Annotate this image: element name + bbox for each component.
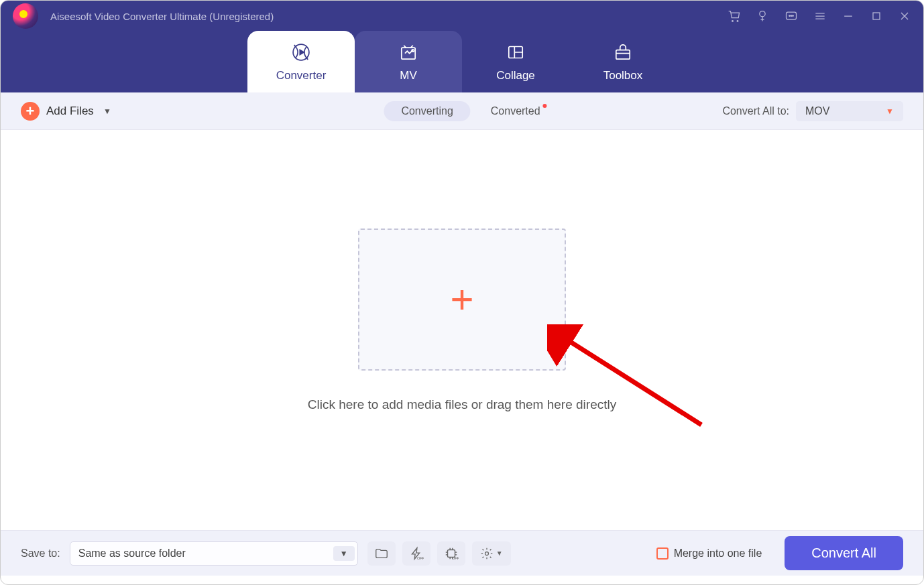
add-files-button[interactable]: + Add Files ▼ bbox=[21, 102, 111, 121]
svg-point-2 bbox=[789, 15, 791, 17]
svg-line-12 bbox=[564, 338, 701, 425]
tab-mv-label: MV bbox=[400, 69, 417, 82]
app-title: Aiseesoft Video Converter Ultimate (Unre… bbox=[50, 11, 274, 22]
key-icon[interactable] bbox=[756, 9, 769, 23]
menu-icon[interactable] bbox=[813, 9, 827, 23]
svg-point-4 bbox=[793, 15, 794, 17]
chevron-down-icon: ▼ bbox=[333, 546, 355, 561]
checkbox-icon bbox=[656, 547, 669, 560]
gpu-accel-button[interactable]: OFF bbox=[402, 541, 430, 566]
annotation-arrow bbox=[547, 324, 715, 438]
tab-collage[interactable]: Collage bbox=[462, 31, 569, 92]
svg-point-0 bbox=[760, 11, 765, 17]
tab-toolbox-label: Toolbox bbox=[603, 69, 643, 82]
notification-dot-icon bbox=[543, 104, 547, 108]
save-to-value: Same as source folder bbox=[78, 547, 186, 560]
app-logo bbox=[13, 3, 38, 29]
tab-converter-label: Converter bbox=[276, 69, 327, 82]
settings-button[interactable]: ▼ bbox=[472, 541, 511, 566]
format-selected: MOV bbox=[805, 105, 829, 117]
big-plus-icon: + bbox=[450, 276, 473, 322]
converting-tab[interactable]: Converting bbox=[384, 101, 470, 121]
svg-text:OFF: OFF bbox=[452, 556, 459, 560]
tab-toolbox[interactable]: Toolbox bbox=[569, 31, 677, 92]
merge-checkbox-label: Merge into one file bbox=[674, 547, 762, 560]
open-folder-button[interactable] bbox=[367, 541, 396, 566]
save-to-dropdown[interactable]: Same as source folder ▼ bbox=[70, 541, 358, 566]
plus-icon: + bbox=[21, 102, 40, 121]
converted-tab[interactable]: Converted bbox=[491, 105, 540, 117]
convert-all-button[interactable]: Convert All bbox=[785, 536, 903, 570]
cart-icon[interactable] bbox=[728, 9, 741, 23]
minimize-icon[interactable] bbox=[842, 9, 855, 23]
svg-rect-10 bbox=[616, 50, 630, 60]
feedback-icon[interactable] bbox=[784, 9, 799, 23]
merge-checkbox[interactable]: Merge into one file bbox=[656, 547, 762, 560]
tab-converter[interactable]: Converter bbox=[247, 31, 355, 92]
converted-tab-label: Converted bbox=[491, 105, 540, 117]
svg-text:OFF: OFF bbox=[417, 556, 424, 560]
chevron-down-icon: ▼ bbox=[103, 107, 111, 116]
hardware-accel-button[interactable]: OFF bbox=[437, 541, 465, 566]
chevron-down-icon: ▼ bbox=[496, 549, 503, 557]
caret-down-icon: ▼ bbox=[886, 107, 894, 116]
maximize-icon[interactable] bbox=[870, 9, 883, 23]
dropzone-text: Click here to add media files or drag th… bbox=[308, 397, 616, 412]
convert-all-to-label: Convert All to: bbox=[722, 105, 789, 117]
tab-collage-label: Collage bbox=[496, 69, 535, 82]
svg-rect-5 bbox=[873, 13, 880, 19]
svg-point-3 bbox=[791, 15, 792, 17]
svg-point-16 bbox=[485, 551, 488, 555]
add-media-dropzone[interactable]: + bbox=[358, 229, 566, 371]
format-dropdown[interactable]: MOV ▼ bbox=[796, 101, 903, 121]
save-to-label: Save to: bbox=[21, 547, 60, 560]
close-icon[interactable] bbox=[898, 9, 911, 23]
add-files-label: Add Files bbox=[46, 105, 94, 118]
tab-mv[interactable]: MV bbox=[355, 31, 462, 92]
